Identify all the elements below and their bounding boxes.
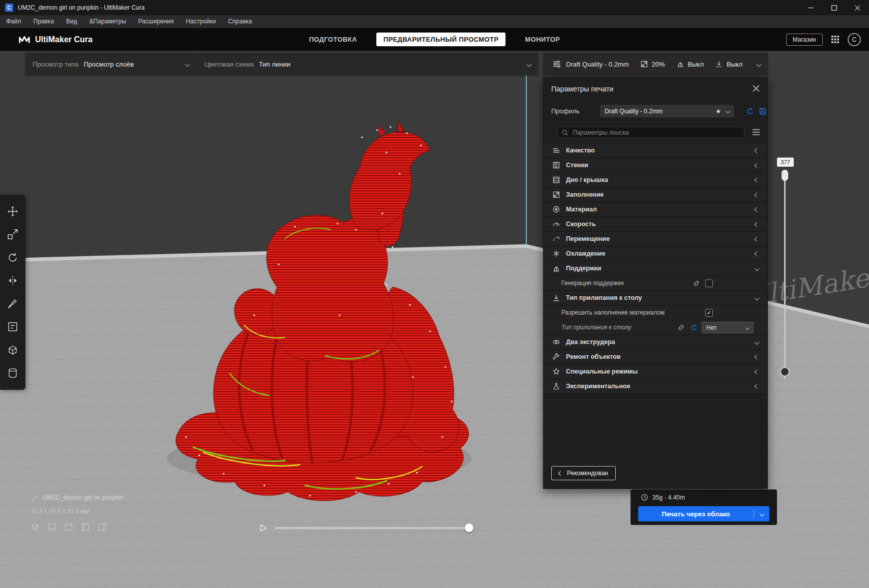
category-quality[interactable]: Качество xyxy=(544,143,767,158)
path-slider-track[interactable] xyxy=(275,527,473,529)
maximize-button[interactable] xyxy=(822,0,846,15)
allow-material-fill-checkbox[interactable] xyxy=(705,309,713,317)
profile-reset-button[interactable] xyxy=(745,106,755,116)
menu-parameters[interactable]: &Параметры xyxy=(83,15,132,27)
model-name: UM2C_demon girl on punpkin xyxy=(43,494,124,501)
category-walls[interactable]: Стенки xyxy=(544,158,767,173)
chevron-down-icon xyxy=(759,511,764,516)
print-setup-summary[interactable]: Draft Quality - 0.2mm 20% Выкл Выкл xyxy=(543,53,768,75)
chevron-down-icon xyxy=(527,61,532,67)
brand: UltiMaker Cura xyxy=(18,35,93,45)
category-special-modes[interactable]: Специальные режимы xyxy=(544,364,767,379)
rotate-tool[interactable] xyxy=(6,251,19,264)
view-type-dropdown[interactable]: Просмотр типа Просмотр слоёв xyxy=(25,53,196,75)
category-infill[interactable]: Заполнение xyxy=(544,188,767,202)
chevron-down-icon xyxy=(755,340,760,345)
layer-slider-track[interactable] xyxy=(784,170,786,379)
link-setting-button[interactable] xyxy=(692,279,701,288)
menu-file[interactable]: Файл xyxy=(0,15,27,27)
view-right-button[interactable] xyxy=(97,521,108,533)
per-model-settings-tool[interactable] xyxy=(6,320,19,333)
settings-search[interactable] xyxy=(557,127,744,138)
category-material[interactable]: Материал xyxy=(544,202,767,217)
category-support[interactable]: Поддержки xyxy=(544,261,767,276)
menu-extensions[interactable]: Расширения xyxy=(132,15,180,27)
profile-dropdown[interactable]: Draft Quality - 0.2mm xyxy=(600,104,735,118)
menu-help[interactable]: Справка xyxy=(222,15,258,27)
reset-setting-button[interactable] xyxy=(690,323,698,332)
window-title: UM2C_demon girl on punpkin - UltiMaker C… xyxy=(18,4,144,11)
layer-slider-top-handle[interactable] xyxy=(782,170,788,181)
view-3d-button[interactable] xyxy=(29,521,41,533)
view-3d-icon xyxy=(30,522,40,532)
reset-icon xyxy=(690,324,698,331)
category-travel[interactable]: Перемещение xyxy=(544,232,767,246)
layer-number-box[interactable]: 377 xyxy=(777,158,794,167)
profile-save-button[interactable] xyxy=(758,106,768,116)
link-setting-button[interactable] xyxy=(677,323,685,332)
pencil-icon[interactable] xyxy=(32,494,39,501)
category-experimental[interactable]: Экспериментальное xyxy=(544,379,767,394)
menu-edit[interactable]: Правка xyxy=(27,15,61,27)
print-options-chevron[interactable] xyxy=(754,512,769,516)
tab-prepare[interactable]: ПОДГОТОВКА xyxy=(302,33,364,46)
view-top-button[interactable] xyxy=(63,521,74,533)
print-job-box: 35g · 4.40m Печать через облако xyxy=(631,489,777,525)
print-via-cloud-button[interactable]: Печать через облако xyxy=(638,506,769,521)
category-cooling[interactable]: Охлаждение xyxy=(544,246,767,261)
close-icon xyxy=(855,5,860,11)
support-icon xyxy=(676,60,684,68)
color-scheme-dropdown[interactable]: Цветовая схема Тип линии xyxy=(197,53,538,75)
scale-tool[interactable] xyxy=(6,228,19,241)
marketplace-button[interactable]: Магазин xyxy=(786,34,823,46)
simulation-play-button[interactable] xyxy=(257,522,268,534)
path-slider-handle[interactable] xyxy=(465,523,473,532)
model-name-row: UM2C_demon girl on punpkin xyxy=(32,494,124,501)
mirror-tool[interactable] xyxy=(6,274,19,287)
layer-slider-bottom-handle[interactable] xyxy=(780,367,790,377)
view-front-button[interactable] xyxy=(46,521,57,533)
move-tool[interactable] xyxy=(6,205,19,218)
minimize-button[interactable] xyxy=(799,0,822,15)
speed-icon xyxy=(552,220,560,228)
generate-support-checkbox[interactable] xyxy=(705,280,713,287)
menu-preferences[interactable]: Настройки xyxy=(180,15,222,27)
category-adhesion[interactable]: Тип прилипания к столу xyxy=(544,291,767,305)
link-icon xyxy=(693,280,700,287)
panel-close-button[interactable] xyxy=(751,83,761,94)
close-icon xyxy=(753,85,760,92)
chevron-left-icon xyxy=(755,369,760,375)
search-input[interactable] xyxy=(572,129,740,137)
view-left-icon xyxy=(80,522,91,532)
category-top-bottom[interactable]: Дно / крышка xyxy=(544,173,767,188)
adhesion-type-dropdown[interactable]: Нет xyxy=(702,322,754,333)
settings-menu-button[interactable] xyxy=(752,128,761,136)
special-modes-icon xyxy=(552,367,560,376)
view-left-button[interactable] xyxy=(80,521,91,533)
job-stats: 35g · 4.40m xyxy=(631,489,777,501)
category-dual-extruders[interactable]: Два экструдера xyxy=(544,335,767,350)
view-right-icon xyxy=(97,522,107,532)
recommended-mode-button[interactable]: Рекомендован xyxy=(551,466,616,480)
adhesion-icon xyxy=(715,60,723,68)
account-avatar[interactable]: C xyxy=(848,33,861,46)
cooling-icon xyxy=(552,250,560,258)
cylinder-icon xyxy=(7,367,19,379)
close-button[interactable] xyxy=(846,0,869,15)
support-icon xyxy=(552,264,560,272)
menu-view[interactable]: Вид xyxy=(60,15,83,27)
chevron-left-icon xyxy=(755,178,760,183)
custom-supports-tool[interactable] xyxy=(6,297,19,311)
tab-monitor[interactable]: МОНИТОР xyxy=(518,33,567,46)
measure-tool[interactable] xyxy=(6,366,19,380)
tab-preview[interactable]: ПРЕДВАРИТЕЛЬНЫЙ ПРОСМОТР xyxy=(376,33,506,46)
category-mesh-fixes[interactable]: Ремонт объектов xyxy=(544,350,767,364)
support-blocker-tool[interactable] xyxy=(6,344,19,357)
view-top-icon xyxy=(64,522,74,532)
per-model-settings-icon xyxy=(7,321,19,333)
category-speed[interactable]: Скорость xyxy=(544,217,767,232)
apps-grid-icon[interactable] xyxy=(831,35,840,44)
app-header: UltiMaker Cura ПОДГОТОВКА ПРЕДВАРИТЕЛЬНЫ… xyxy=(0,28,869,51)
walls-icon xyxy=(552,161,560,169)
mirror-icon xyxy=(7,274,19,287)
